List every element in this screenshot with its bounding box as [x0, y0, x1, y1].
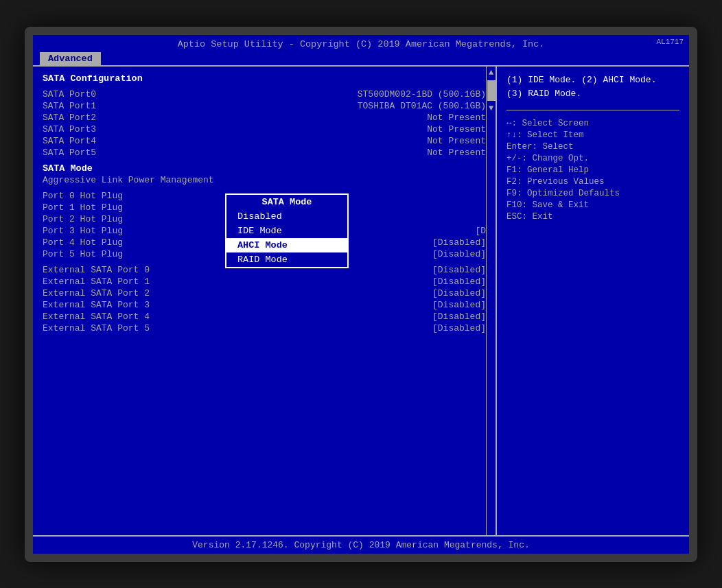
hint-row: +/-: Change Opt. — [506, 154, 679, 163]
dropdown-item[interactable]: Disabled — [226, 209, 347, 224]
ext-sata-label: External SATA Port 4 — [43, 311, 166, 322]
hint-row: F10: Save & Exit — [506, 200, 679, 210]
ports-list: SATA Port0ST500DM002-1BD (500.1GB)SATA P… — [43, 89, 486, 158]
tab-advanced[interactable]: Advanced — [40, 52, 101, 65]
dropdown-title: SATA Mode — [225, 193, 349, 209]
hot-plug-value: [Disabled] — [432, 249, 486, 259]
ext-sata-value: [Disabled] — [432, 300, 486, 310]
scroll-thumb[interactable] — [487, 80, 496, 101]
watermark: AL1717 — [656, 38, 684, 46]
ext-sata-value: [Disabled] — [432, 323, 486, 333]
hint-row: F1: General Help — [506, 165, 679, 175]
dropdown-menu: DisabledIDE ModeAHCI ModeRAID Mode — [225, 209, 349, 268]
dropdown-item[interactable]: RAID Mode — [226, 252, 347, 267]
hint-row: F2: Previous Values — [506, 177, 679, 187]
hot-plug-value: [Disabled] — [432, 237, 486, 248]
ext-sata-label: External SATA Port 2 — [43, 288, 166, 298]
port-value: Not Present — [427, 124, 486, 134]
left-panel: SATA Configuration SATA Port0ST500DM002-… — [33, 67, 497, 535]
dropdown-item[interactable]: IDE Mode — [226, 224, 347, 238]
monitor-frame: AL1717 Aptio Setup Utility - Copyright (… — [25, 27, 697, 562]
right-info-line: (3) RAID Mode. — [506, 87, 679, 102]
ext-sata-list: External SATA Port 0[Disabled]External S… — [43, 265, 486, 333]
port-value: TOSHIBA DT01AC (500.1GB) — [358, 101, 486, 111]
ext-sata-row[interactable]: External SATA Port 5[Disabled] — [43, 323, 486, 333]
ext-sata-value: [Disabled] — [432, 265, 486, 275]
hot-plug-label: Port 1 Hot Plug — [43, 202, 123, 213]
main-area: SATA Configuration SATA Port0ST500DM002-… — [33, 65, 689, 535]
ext-sata-row[interactable]: External SATA Port 1[Disabled] — [43, 277, 486, 287]
hot-plug-value: [D — [475, 226, 486, 236]
ext-sata-value: [Disabled] — [432, 288, 486, 298]
port-value: Not Present — [427, 136, 486, 146]
hint-row: F9: Optimized Defaults — [506, 189, 679, 198]
tab-row: Advanced — [33, 52, 689, 65]
hot-plug-label: Port 2 Hot Plug — [43, 214, 123, 224]
port-label: SATA Port2 — [43, 113, 166, 123]
ext-sata-value: [Disabled] — [432, 311, 486, 322]
right-panel: (1) IDE Mode. (2) AHCI Mode.(3) RAID Mod… — [497, 67, 689, 535]
port-label: SATA Port1 — [43, 101, 166, 111]
footer-bar: Version 2.17.1246. Copyright (C) 2019 Am… — [33, 535, 689, 554]
ext-sata-section: External SATA Port 0[Disabled]External S… — [43, 265, 486, 333]
hot-plug-label: Port 0 Hot Plug — [43, 191, 123, 201]
dropdown-item[interactable]: AHCI Mode — [226, 238, 347, 252]
right-info: (1) IDE Mode. (2) AHCI Mode.(3) RAID Mod… — [506, 73, 679, 102]
ext-sata-row[interactable]: External SATA Port 4[Disabled] — [43, 311, 486, 322]
port-value: Not Present — [427, 113, 486, 123]
hint-row: ↑↓: Select Item — [506, 130, 679, 140]
sata-port-row[interactable]: SATA Port4Not Present — [43, 136, 486, 146]
ext-sata-label: External SATA Port 5 — [43, 323, 166, 333]
ext-sata-row[interactable]: External SATA Port 2[Disabled] — [43, 288, 486, 298]
scroll-down-arrow[interactable]: ▼ — [487, 102, 495, 115]
sata-mode-label[interactable]: SATA Mode — [43, 163, 486, 174]
sata-port-row[interactable]: SATA Port2Not Present — [43, 113, 486, 123]
port-value: ST500DM002-1BD (500.1GB) — [358, 89, 486, 99]
scroll-up-arrow[interactable]: ▲ — [487, 67, 495, 79]
hints-list: ↔: Select Screen↑↓: Select ItemEnter: Se… — [506, 119, 679, 222]
sata-port-row[interactable]: SATA Port0ST500DM002-1BD (500.1GB) — [43, 89, 486, 99]
hint-row: Enter: Select — [506, 142, 679, 152]
hot-plug-label: Port 5 Hot Plug — [43, 249, 123, 259]
port-value: Not Present — [427, 148, 486, 158]
hint-row: ESC: Exit — [506, 212, 679, 222]
ext-sata-row[interactable]: External SATA Port 3[Disabled] — [43, 300, 486, 310]
bios-title: Aptio Setup Utility - Copyright (C) 2019… — [178, 39, 545, 49]
footer-text: Version 2.17.1246. Copyright (C) 2019 Am… — [192, 540, 529, 550]
hot-plug-label: Port 3 Hot Plug — [43, 226, 123, 236]
ext-sata-label: External SATA Port 0 — [43, 265, 166, 275]
hint-divider — [506, 110, 679, 110]
ext-sata-label: External SATA Port 1 — [43, 277, 166, 287]
section-title: SATA Configuration — [43, 73, 486, 84]
port-label: SATA Port5 — [43, 148, 166, 158]
title-bar: Aptio Setup Utility - Copyright (C) 2019… — [33, 35, 689, 52]
bios-screen: Aptio Setup Utility - Copyright (C) 2019… — [33, 35, 689, 554]
port-label: SATA Port0 — [43, 89, 166, 99]
ext-sata-value: [Disabled] — [432, 277, 486, 287]
sata-mode-dropdown[interactable]: SATA Mode DisabledIDE ModeAHCI ModeRAID … — [225, 193, 349, 268]
aggressive-label[interactable]: Aggressive Link Power Management — [43, 175, 486, 185]
sata-port-row[interactable]: SATA Port3Not Present — [43, 124, 486, 134]
port-label: SATA Port3 — [43, 124, 166, 134]
port-label: SATA Port4 — [43, 136, 166, 146]
hot-plug-label: Port 4 Hot Plug — [43, 237, 123, 248]
sata-port-row[interactable]: SATA Port1TOSHIBA DT01AC (500.1GB) — [43, 101, 486, 111]
ext-sata-label: External SATA Port 3 — [43, 300, 166, 310]
scrollbar[interactable]: ▲ ▼ — [486, 67, 496, 535]
right-info-line: (1) IDE Mode. (2) AHCI Mode. — [506, 73, 679, 88]
hint-row: ↔: Select Screen — [506, 119, 679, 128]
sata-port-row[interactable]: SATA Port5Not Present — [43, 148, 486, 158]
